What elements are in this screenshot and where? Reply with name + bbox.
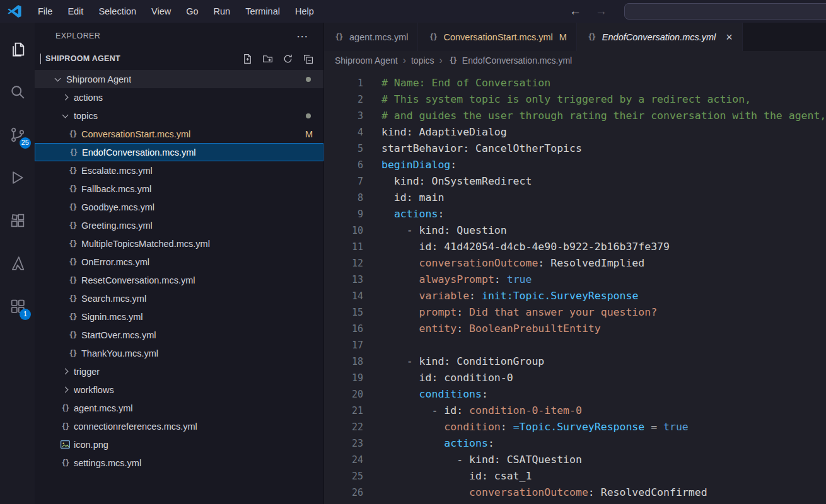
git-modified-badge: M	[559, 32, 567, 42]
tree-item-actions[interactable]: actions	[35, 88, 323, 106]
line-number: 17	[324, 337, 363, 353]
code-area[interactable]: 1# Name: End of Conversation2# This syst…	[324, 70, 826, 504]
menu-selection[interactable]: Selection	[91, 0, 144, 23]
collapse-all-icon[interactable]	[303, 54, 313, 64]
tree-item-label: Signin.mcs.yml	[81, 312, 143, 322]
menu-view[interactable]: View	[144, 0, 178, 23]
line-number: 15	[324, 304, 363, 321]
tab-agent-mcs-yml[interactable]: {}agent.mcs.yml	[324, 23, 418, 51]
new-file-icon[interactable]	[242, 54, 253, 64]
code-line: 13 alwaysPrompt: true	[324, 272, 826, 288]
tree-item-signin-mcs-yml[interactable]: {}Signin.mcs.yml	[35, 307, 323, 326]
tree-item-onerror-mcs-yml[interactable]: {}OnError.mcs.yml	[35, 253, 323, 271]
section-header-shiproom-agent[interactable]: SHIPROOM AGENT	[35, 49, 323, 68]
tree-item-label: Goodbye.mcs.yml	[81, 202, 154, 212]
new-folder-icon[interactable]	[262, 54, 273, 64]
tree-item-conversationstart-mcs-yml[interactable]: {}ConversationStart.mcs.ymlM	[35, 125, 323, 143]
tree-item-endofconversation-mcs-yml[interactable]: {}EndofConversation.mcs.yml	[35, 143, 323, 161]
tab-label: agent.mcs.yml	[349, 32, 408, 42]
close-icon[interactable]: ×	[726, 32, 733, 43]
menu-edit[interactable]: Edit	[60, 0, 91, 23]
menu-file[interactable]: File	[30, 0, 60, 23]
tree-item-icon-png[interactable]: icon.png	[35, 435, 323, 454]
tree-item-shiproom-agent[interactable]: Shiproom Agent	[35, 70, 323, 88]
code-line-text: actions:	[381, 206, 444, 222]
source-control-icon[interactable]: 25	[0, 113, 35, 156]
code-line: 8 id: main	[324, 190, 826, 206]
breadcrumb-item-topics[interactable]: topics	[411, 55, 434, 66]
command-center-search[interactable]	[624, 3, 826, 20]
tree-item-connectionreferences-mcs-yml[interactable]: {}connectionreferences.mcs.yml	[35, 417, 323, 435]
menu-help[interactable]: Help	[288, 0, 322, 23]
menu-run[interactable]: Run	[206, 0, 238, 23]
extensions-icon[interactable]	[0, 199, 35, 242]
tree-item-label: EndofConversation.mcs.yml	[82, 147, 196, 158]
tree-item-fallback-mcs-yml[interactable]: {}Fallback.mcs.yml	[35, 180, 323, 198]
code-line: 6beginDialog:	[324, 157, 826, 173]
activity-bar: 251	[0, 23, 35, 504]
tree-item-search-mcs-yml[interactable]: {}Search.mcs.yml	[35, 289, 323, 307]
code-line: 20 conditions:	[324, 386, 826, 403]
breadcrumb-item-shiproom-agent[interactable]: Shiproom Agent	[335, 55, 398, 66]
code-line-text: conditions:	[381, 386, 488, 403]
yaml-file-icon: {}	[428, 32, 438, 42]
tree-item-label: ResetConversation.mcs.yml	[81, 275, 195, 285]
line-number: 20	[324, 386, 363, 403]
chevron-right-icon	[59, 387, 72, 392]
tree-item-label: actions	[74, 93, 103, 103]
tree-item-escalate-mcs-yml[interactable]: {}Escalate.mcs.yml	[35, 161, 323, 180]
yaml-file-icon: {}	[334, 32, 344, 42]
tree-item-label: icon.png	[74, 440, 108, 450]
tree-item-topics[interactable]: topics	[35, 106, 323, 125]
tab-conversationstart-mcs-yml[interactable]: {}ConversationStart.mcs.ymlM	[418, 23, 576, 51]
yaml-file-icon: {}	[68, 147, 79, 158]
line-number: 10	[324, 222, 363, 239]
tree-item-greeting-mcs-yml[interactable]: {}Greeting.mcs.yml	[35, 216, 323, 234]
forward-arrow-icon[interactable]: →	[595, 4, 607, 18]
tree-item-trigger[interactable]: trigger	[35, 362, 323, 381]
code-line-text: conversationOutcome: ResolvedImplied	[381, 255, 644, 272]
code-line: 17	[324, 337, 826, 353]
tree-item-goodbye-mcs-yml[interactable]: {}Goodbye.mcs.yml	[35, 198, 323, 216]
yaml-file-icon: {}	[67, 256, 78, 267]
tree-item-workflows[interactable]: workflows	[35, 381, 323, 399]
vscode-logo-icon	[7, 4, 22, 19]
breadcrumb-separator: ›	[403, 55, 406, 66]
explorer-icon[interactable]	[0, 28, 35, 71]
breadcrumb-item-endofconversation-mcs-yml[interactable]: {}EndofConversation.mcs.yml	[448, 55, 572, 66]
apps-icon[interactable]: 1	[0, 285, 35, 328]
tree-item-resetconversation-mcs-yml[interactable]: {}ResetConversation.mcs.yml	[35, 271, 323, 289]
line-number: 12	[324, 255, 363, 272]
tree-item-label: ConversationStart.mcs.yml	[81, 129, 190, 139]
line-number: 25	[324, 468, 363, 484]
yaml-file-icon: {}	[67, 311, 78, 322]
yaml-file-icon: {}	[67, 238, 78, 249]
code-line-text: id: main	[381, 190, 444, 206]
more-actions-icon[interactable]: ⋯	[296, 30, 308, 42]
code-line-text: condition: =Topic.SurveyResponse = true	[381, 419, 689, 435]
code-line: 27	[324, 501, 826, 504]
tree-item-settings-mcs-yml[interactable]: {}settings.mcs.yml	[35, 454, 323, 472]
tree-item-agent-mcs-yml[interactable]: {}agent.mcs.yml	[35, 399, 323, 417]
search-icon[interactable]	[0, 71, 35, 113]
azure-icon[interactable]	[0, 242, 35, 285]
menu-go[interactable]: Go	[178, 0, 206, 23]
run-debug-icon[interactable]	[0, 156, 35, 199]
yaml-file-icon: {}	[67, 220, 78, 231]
tree-item-multipletopicsmatched-mcs-yml[interactable]: {}MultipleTopicsMatched.mcs.yml	[35, 234, 323, 253]
refresh-icon[interactable]	[282, 54, 293, 64]
breadcrumb: Shiproom Agent›topics›{}EndofConversatio…	[324, 51, 826, 70]
tree-item-startover-mcs-yml[interactable]: {}StartOver.mcs.yml	[35, 326, 323, 344]
code-line: 25 id: csat_1	[324, 468, 826, 484]
menu-terminal[interactable]: Terminal	[238, 0, 288, 23]
back-arrow-icon[interactable]: ←	[569, 4, 581, 18]
line-number: 23	[324, 435, 363, 452]
breadcrumb-label: topics	[411, 55, 434, 66]
tree-item-label: settings.mcs.yml	[74, 458, 141, 468]
tree-item-thankyou-mcs-yml[interactable]: {}ThankYou.mcs.yml	[35, 344, 323, 362]
breadcrumb-label: EndofConversation.mcs.yml	[462, 55, 572, 66]
tree-item-label: connectionreferences.mcs.yml	[74, 421, 197, 432]
code-line-text: entity: BooleanPrebuiltEntity	[381, 321, 601, 337]
tab-endofconversation-mcs-yml[interactable]: {}EndofConversation.mcs.yml×	[577, 23, 743, 51]
code-line: 2# This system topic is only triggered b…	[324, 91, 826, 108]
